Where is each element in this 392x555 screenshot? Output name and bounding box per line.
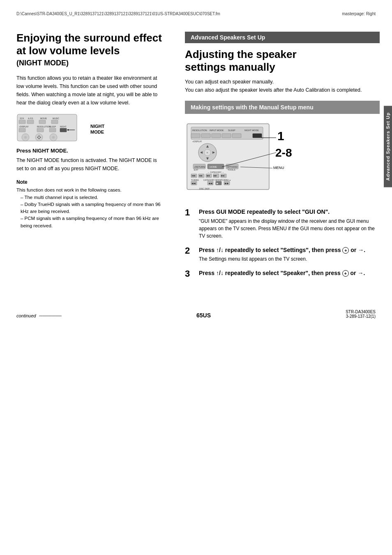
page-footer: continued ─────── 65US STR-DA3400ES 3-28… (0, 305, 392, 323)
page-container: D:\Cannes\STR-DA3400ES_U_R1\3289137121\3… (0, 0, 392, 555)
step-2-description: The Settings menu list appears on the TV… (199, 255, 380, 263)
svg-rect-36 (212, 134, 221, 138)
step-1-heading: Press GUI MODE repeatedly to select "GUI… (199, 208, 380, 215)
night-mode-diagram-label: NIGHTMODE (90, 123, 104, 135)
svg-text:OPTIONS/: OPTIONS/ (227, 166, 238, 168)
press-night-mode-heading: Press NIGHT MODE. (16, 148, 164, 154)
svg-text:TUNING ♦: TUNING ♦ (221, 179, 231, 181)
svg-text:+: + (206, 151, 208, 155)
svg-text:▶▶: ▶▶ (225, 182, 229, 185)
step-1-description: "GUI MODE" appears in the display window… (199, 217, 380, 240)
step-1-number: 1 (185, 208, 196, 217)
left-column: Enjoying the surround effect at low volu… (0, 23, 177, 293)
masterpage-label: masterpage: Right (342, 12, 376, 16)
section-banner: Advanced Speakers Set Up (185, 32, 380, 43)
continued-text: continued (16, 313, 36, 318)
svg-rect-7 (39, 120, 46, 124)
svg-rect-37 (222, 134, 231, 138)
svg-text:RESOLUTION: RESOLUTION (192, 129, 207, 132)
svg-text:DISC SKIP: DISC SKIP (199, 187, 210, 190)
svg-text:▶: ▶ (217, 182, 219, 185)
note-list: The multi channel input is selected. Dol… (16, 194, 164, 229)
steps-list: 1 Press GUI MODE repeatedly to select "G… (185, 208, 380, 278)
press-description: The NIGHT MODE function is activated. Th… (16, 156, 164, 173)
svg-point-20 (24, 136, 27, 139)
svg-point-27 (52, 136, 55, 139)
svg-text:1: 1 (277, 129, 284, 143)
svg-text:◀◀: ◀◀ (191, 182, 196, 185)
svg-text:SLEEP: SLEEP (228, 129, 235, 132)
svg-rect-17 (60, 128, 67, 132)
svg-rect-16 (49, 128, 56, 132)
svg-text:RESOLUTION: RESOLUTION (37, 125, 51, 128)
night-mode-subtitle: (NIGHT MODE) (16, 59, 164, 67)
svg-rect-6 (27, 120, 34, 124)
svg-text:MUSIC: MUSIC (53, 117, 60, 120)
device-illustration: RESOLUTION INPUT MODE SLEEP NIGHT MODE +… (185, 120, 380, 200)
svg-rect-38 (232, 134, 241, 138)
svg-text:SLEEP: SLEEP (49, 125, 56, 128)
svg-text:▶▶|: ▶▶| (221, 174, 225, 177)
svg-text:TOOLS: TOOLS (228, 169, 235, 171)
svg-text:INPUT MODE: INPUT MODE (210, 129, 224, 132)
svg-text:MOVIE: MOVIE (40, 117, 47, 120)
step-2-heading: Press ↑/↓ repeatedly to select "Settings… (199, 246, 380, 254)
svg-text:◀◀: ◀◀ (199, 174, 202, 177)
note-heading: Note (16, 179, 164, 185)
svg-rect-14 (19, 128, 25, 132)
note-body: This function does not work in the follo… (16, 187, 164, 229)
svg-rect-5 (19, 120, 25, 124)
svg-text:◀◀: ◀◀ (208, 182, 212, 185)
svg-text:+DISPLAY: +DISPLAY (19, 125, 29, 128)
note-item: The multi channel input is selected. (21, 194, 164, 201)
step-3-heading: Press ↑/↓ repeatedly to select "Speaker"… (199, 269, 380, 277)
svg-rect-35 (201, 134, 210, 138)
svg-text:+RETURN/: +RETURN/ (194, 166, 205, 168)
step-2-content: Press ↑/↓ repeatedly to select "Settings… (199, 246, 380, 263)
step-2: 2 Press ↑/↓ repeatedly to select "Settin… (185, 246, 380, 263)
svg-rect-15 (37, 128, 44, 132)
right-main-title: Adjusting the speaker settings manually (185, 48, 380, 74)
model-info: STR-DA3400ES 3-289-137-12(1) (346, 310, 376, 319)
svg-text:A.F.D.: A.F.D. (28, 117, 34, 120)
right-column: Advanced Speakers Set Up Adjusting the s… (177, 23, 392, 293)
step-3-content: Press ↑/↓ repeatedly to select "Speaker"… (199, 269, 380, 278)
svg-text:+DISPLAY: +DISPLAY (192, 140, 202, 143)
svg-text:◀◀: ◀◀ (206, 174, 210, 177)
remote-diagram-svg: 2CH A.F.D. MOVIE MUSIC +DISPLAY RESOLUTI… (16, 113, 82, 144)
svg-point-21 (35, 134, 43, 141)
step-3: 3 Press ↑/↓ repeatedly to select "Speake… (185, 269, 380, 278)
svg-text:TUNING: TUNING (191, 179, 199, 181)
svg-text:← CATEGORY →: ← CATEGORY → (208, 171, 224, 173)
svg-text:2CH: 2CH (20, 117, 24, 120)
side-tab: Advanced Speakers Set Up (384, 106, 392, 187)
svg-text:MENU: MENU (273, 166, 284, 170)
step-1-content: Press GUI MODE repeatedly to select "GUI… (199, 208, 380, 239)
circle-plus-icon: + (342, 247, 349, 254)
receiver-diagram-svg: RESOLUTION INPUT MODE SLEEP NIGHT MODE +… (185, 120, 300, 200)
continued-section: continued ─────── (16, 312, 62, 319)
content-wrapper: Enjoying the surround effect at low volu… (0, 23, 392, 293)
left-main-title: Enjoying the surround effect at low volu… (16, 32, 164, 57)
svg-rect-39 (253, 134, 262, 138)
svg-text:|◀◀: |◀◀ (191, 174, 195, 177)
remote-diagram-container: 2CH A.F.D. MOVIE MUSIC +DISPLAY RESOLUTI… (16, 113, 164, 144)
step-3-number: 3 (185, 269, 196, 278)
svg-text:NIGHT MODE: NIGHT MODE (244, 129, 259, 132)
circle-plus-icon-2: + (342, 270, 349, 277)
svg-text:2-8: 2-8 (275, 146, 292, 159)
step-1: 1 Press GUI MODE repeatedly to select "G… (185, 208, 380, 239)
page-number: 65US (196, 312, 211, 319)
page-header: D:\Cannes\STR-DA3400ES_U_R1\3289137121\3… (0, 8, 392, 19)
file-path: D:\Cannes\STR-DA3400ES_U_R1\3289137121\3… (16, 12, 220, 16)
subsection-banner: Making settings with the Manual Setup me… (185, 101, 380, 114)
svg-rect-34 (191, 134, 200, 138)
svg-text:HOME: HOME (210, 166, 217, 168)
left-body-text: This function allows you to retain a the… (16, 74, 164, 107)
svg-text:▶▶: ▶▶ (214, 174, 217, 177)
svg-text:EXT: EXT (194, 169, 198, 171)
svg-rect-8 (51, 120, 58, 124)
step-2-number: 2 (185, 246, 196, 255)
right-body-text: You can adjust each speaker manually. Yo… (185, 78, 380, 94)
note-item: PCM signals with a sampling frequency of… (21, 215, 164, 229)
